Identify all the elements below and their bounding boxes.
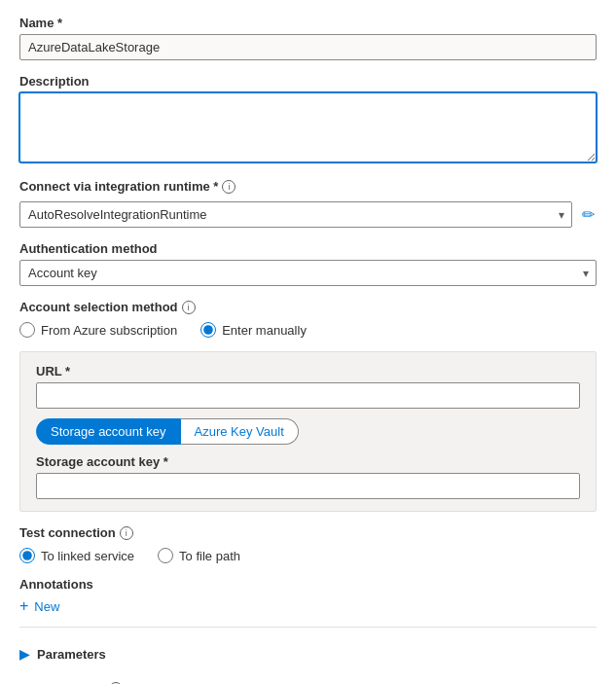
parameters-chevron-icon: ▶ <box>19 647 29 662</box>
sub-panel: URL * Storage account key Azure Key Vaul… <box>19 351 597 512</box>
connect-via-edit-button[interactable]: ✏ <box>580 203 597 226</box>
auth-method-label: Authentication method <box>19 241 597 256</box>
advanced-section: ▶ Advanced i <box>19 675 597 684</box>
to-linked-service-radio-option[interactable]: To linked service <box>19 548 134 563</box>
connect-via-select-wrapper: AutoResolveIntegrationRuntime ▾ <box>19 201 572 228</box>
description-field-group: Description <box>19 74 597 165</box>
annotations-group: Annotations + New <box>19 577 597 628</box>
add-annotation-button[interactable]: + New <box>19 595 59 617</box>
connect-via-label: Connect via integration runtime <box>19 179 218 194</box>
test-connection-group: Test connection i To linked service To f… <box>19 525 597 563</box>
to-linked-service-label: To linked service <box>41 549 134 563</box>
auth-method-select[interactable]: Account key Service Principal Managed Id… <box>19 260 597 286</box>
enter-manually-label: Enter manually <box>222 323 307 338</box>
account-selection-radio-group: From Azure subscription Enter manually <box>19 322 597 338</box>
to-file-path-label: To file path <box>179 549 240 563</box>
advanced-header[interactable]: ▶ Advanced i <box>19 675 597 684</box>
add-annotation-label: New <box>34 599 59 614</box>
to-file-path-radio-option[interactable]: To file path <box>158 548 240 563</box>
connect-via-field-group: Connect via integration runtime i AutoRe… <box>19 179 597 228</box>
azure-key-vault-tab[interactable]: Azure Key Vault <box>181 418 299 445</box>
enter-manually-radio[interactable] <box>200 322 216 338</box>
storage-key-input[interactable] <box>36 473 580 499</box>
name-field-group: Name <box>19 16 597 60</box>
annotations-divider <box>19 627 597 628</box>
parameters-label: Parameters <box>37 647 106 662</box>
enter-manually-radio-option[interactable]: Enter manually <box>200 322 307 338</box>
name-label: Name <box>19 16 597 30</box>
account-selection-label: Account selection method <box>19 300 178 314</box>
auth-method-select-wrapper: Account key Service Principal Managed Id… <box>19 260 597 286</box>
connect-via-select[interactable]: AutoResolveIntegrationRuntime <box>19 201 572 228</box>
from-azure-radio-option[interactable]: From Azure subscription <box>19 322 177 338</box>
account-selection-info-icon: i <box>182 301 196 314</box>
url-field-group: URL * <box>36 364 580 409</box>
storage-key-label: Storage account key * <box>36 454 580 469</box>
description-label: Description <box>19 74 597 89</box>
connect-via-row: AutoResolveIntegrationRuntime ▾ ✏ <box>19 201 597 228</box>
annotations-label: Annotations <box>19 577 597 592</box>
parameters-section: ▶ Parameters <box>19 641 597 667</box>
plus-icon: + <box>19 597 28 615</box>
connect-via-info-icon: i <box>222 180 236 194</box>
storage-account-key-tab[interactable]: Storage account key <box>36 418 181 445</box>
storage-tab-row: Storage account key Azure Key Vault <box>36 418 580 445</box>
account-selection-field-group: Account selection method i From Azure su… <box>19 300 597 338</box>
test-connection-label: Test connection <box>19 525 116 540</box>
storage-key-field-group: Storage account key * <box>36 454 580 499</box>
to-file-path-radio[interactable] <box>158 548 173 563</box>
parameters-header[interactable]: ▶ Parameters <box>19 641 597 667</box>
description-input[interactable] <box>19 92 597 162</box>
from-azure-label: From Azure subscription <box>41 323 177 338</box>
test-connection-info-icon: i <box>120 526 133 540</box>
url-label: URL * <box>36 364 580 378</box>
url-input[interactable] <box>36 382 580 409</box>
test-connection-radio-group: To linked service To file path <box>19 548 597 563</box>
edit-icon: ✏ <box>582 206 595 223</box>
auth-method-field-group: Authentication method Account key Servic… <box>19 241 597 286</box>
to-linked-service-radio[interactable] <box>19 548 35 563</box>
from-azure-radio[interactable] <box>19 322 35 338</box>
name-input[interactable] <box>19 34 597 60</box>
